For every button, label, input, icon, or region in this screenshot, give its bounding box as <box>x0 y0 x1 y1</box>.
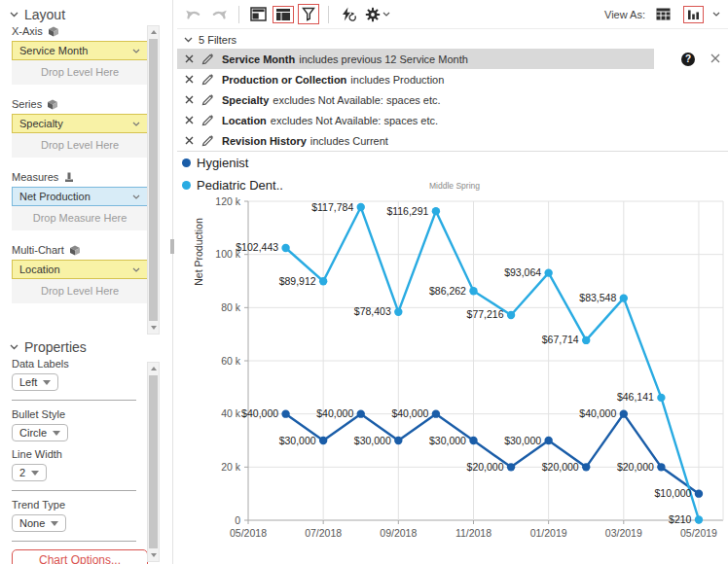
filters-toggle[interactable] <box>298 4 319 24</box>
edit-filter-icon[interactable] <box>201 73 214 86</box>
multi-chart-panel-title: Middle Spring <box>357 181 552 191</box>
multi-chart-select[interactable]: Location <box>12 260 148 279</box>
edit-filter-icon[interactable] <box>201 93 214 106</box>
series-drop-zone[interactable]: Drop Level Here <box>12 133 148 156</box>
x-axis-drop-zone[interactable]: Drop Level Here <box>12 60 148 83</box>
panel-splitter[interactable] <box>172 0 173 564</box>
remove-filter-icon[interactable] <box>185 75 194 84</box>
redo-icon[interactable] <box>206 6 232 23</box>
svg-text:60 k: 60 k <box>221 355 241 367</box>
measures-section: Measures Net Production Drop Measure Her… <box>0 171 148 230</box>
measure-icon <box>63 172 75 183</box>
data-labels-select[interactable]: Left <box>12 373 58 391</box>
x-axis-select[interactable]: Service Month <box>12 41 148 60</box>
toolbar: View As: <box>177 0 728 29</box>
x-axis-label: X-Axis <box>12 25 43 37</box>
chevron-down-icon <box>10 12 18 18</box>
properties-fields: Data Labels Left Bullet Style Circle Lin… <box>0 358 148 564</box>
svg-text:$20,000: $20,000 <box>542 461 579 473</box>
svg-text:$30,000: $30,000 <box>354 435 391 446</box>
svg-text:$86,262: $86,262 <box>429 285 466 297</box>
cube-icon <box>69 245 81 256</box>
multi-chart-drop-zone[interactable]: Drop Level Here <box>12 279 148 301</box>
filters-count-label: 5 Filters <box>199 34 237 46</box>
help-icon[interactable]: ? <box>681 53 695 66</box>
svg-text:$210: $210 <box>669 513 692 525</box>
svg-text:05/2019: 05/2019 <box>680 527 717 539</box>
settings-gear-button[interactable] <box>361 5 394 24</box>
edit-filter-icon[interactable] <box>201 134 214 147</box>
filter-row-specialty[interactable]: Specialty excludes Not Available: spaces… <box>177 89 728 110</box>
close-icon[interactable] <box>710 53 720 65</box>
svg-text:$93,064: $93,064 <box>504 266 541 278</box>
view-as-label: View As: <box>604 9 645 20</box>
filter-row-production-or-collection[interactable]: Production or Collection includes Produc… <box>177 69 728 89</box>
trend-type-label: Trend Type <box>12 499 148 511</box>
remove-filter-icon[interactable] <box>185 116 194 124</box>
remove-filter-icon[interactable] <box>185 54 194 63</box>
filters-panel: 5 Filters Service Month includes previou… <box>177 29 728 152</box>
report-canvas: View As: 5 Filters Service Month include… <box>177 0 728 564</box>
svg-text:$40,000: $40,000 <box>316 407 353 419</box>
dropdown-arrow-icon <box>53 431 60 436</box>
remove-filter-icon[interactable] <box>185 136 194 145</box>
multi-chart-section: Multi-Chart Location Drop Level Here <box>0 244 148 303</box>
divider <box>12 490 136 491</box>
filter-row-service-month[interactable]: Service Month includes previous 12 Servi… <box>177 49 728 69</box>
cube-icon <box>48 26 59 37</box>
chart-options-button[interactable]: Chart Options... <box>12 549 148 564</box>
chevron-down-icon <box>184 37 193 43</box>
svg-text:$117,784: $117,784 <box>311 201 353 213</box>
svg-text:$116,291: $116,291 <box>386 205 428 217</box>
line-width-select[interactable]: 2 <box>12 464 47 481</box>
edit-filter-icon[interactable] <box>201 53 214 65</box>
scroll-up-icon[interactable] <box>148 363 159 374</box>
layout-panel-header[interactable]: Layout <box>10 7 65 22</box>
run-refresh-icon[interactable] <box>336 5 361 24</box>
svg-text:$30,000: $30,000 <box>429 435 466 446</box>
chevron-down-icon[interactable] <box>712 12 720 17</box>
measures-drop-zone[interactable]: Drop Measure Here <box>12 206 148 229</box>
chart-view-button[interactable] <box>683 6 704 23</box>
scroll-up-icon[interactable] <box>148 26 159 38</box>
edit-filter-icon[interactable] <box>201 114 214 126</box>
scroll-thumb[interactable] <box>149 39 158 321</box>
layout-panel-toggle[interactable] <box>273 6 294 23</box>
properties-scrollbar[interactable] <box>147 362 160 562</box>
filter-row-revision-history[interactable]: Revision History includes Current <box>177 130 728 151</box>
legend-item-hygienist[interactable]: Hygienist <box>182 156 248 170</box>
layout-scrollbar[interactable] <box>147 25 160 335</box>
undo-icon[interactable] <box>181 6 206 23</box>
dropdown-arrow-icon <box>43 380 51 385</box>
svg-text:Net Production: Net Production <box>193 218 204 286</box>
line-chart: 020 k40 k60 k80 k100 k120 k05/201807/201… <box>177 192 728 564</box>
scroll-thumb[interactable] <box>149 375 158 548</box>
dropdown-arrow-icon <box>51 521 58 526</box>
layout-panel-title: Layout <box>24 7 65 22</box>
svg-text:40 k: 40 k <box>221 407 241 419</box>
filter-row-location[interactable]: Location excludes Not Available: spaces … <box>177 110 728 130</box>
series-section: Series Specialty Drop Level Here <box>0 98 148 158</box>
svg-text:$30,000: $30,000 <box>279 435 316 446</box>
scroll-down-icon[interactable] <box>148 322 159 334</box>
layout-fields: X-Axis Service Month Drop Level Here Ser… <box>0 25 148 317</box>
bullet-style-label: Bullet Style <box>12 408 148 420</box>
svg-text:$46,141: $46,141 <box>617 391 654 403</box>
bullet-style-select[interactable]: Circle <box>12 424 68 441</box>
svg-text:$40,000: $40,000 <box>241 407 278 419</box>
filters-header[interactable]: 5 Filters <box>177 29 728 49</box>
scroll-down-icon[interactable] <box>148 549 159 561</box>
chevron-down-icon <box>132 49 140 53</box>
chevron-down-icon <box>132 194 140 199</box>
series-select[interactable]: Specialty <box>12 114 148 133</box>
remove-filter-icon[interactable] <box>185 95 194 104</box>
panel-splitter-handle[interactable] <box>170 239 174 254</box>
design-view-icon[interactable] <box>246 5 271 23</box>
table-view-button[interactable] <box>652 6 674 22</box>
legend-item-pediatric[interactable]: Pediatric Dent.. <box>182 178 283 193</box>
properties-panel-header[interactable]: Properties <box>10 339 87 355</box>
trend-type-select[interactable]: None <box>12 514 66 532</box>
data-labels-label: Data Labels <box>12 358 148 370</box>
chevron-down-icon <box>382 12 390 17</box>
measures-select[interactable]: Net Production <box>12 187 148 206</box>
